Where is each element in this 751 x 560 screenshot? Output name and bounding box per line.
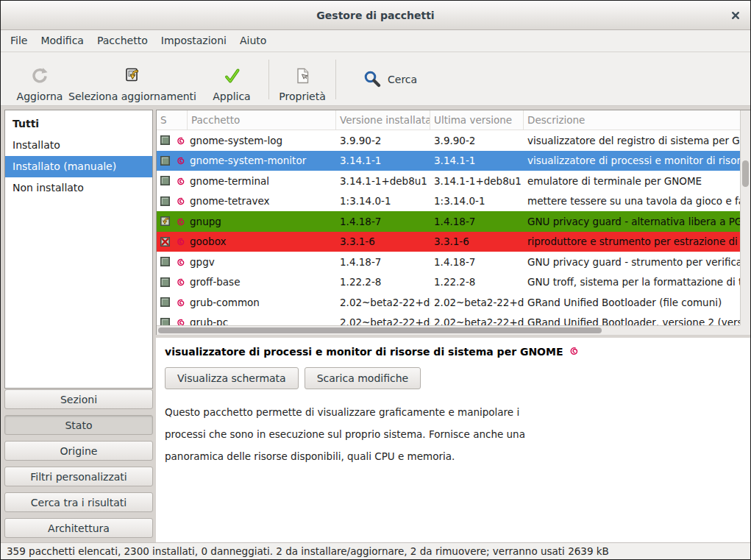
- table-row[interactable]: gnupg1.4.18-71.4.18-7GNU privacy guard -…: [157, 211, 740, 232]
- view-button-filtri-personalizzati[interactable]: Filtri personalizzati: [4, 467, 153, 486]
- installed-version: 1.4.18-7: [336, 256, 430, 268]
- latest-version: 1.22.2-8: [430, 276, 524, 288]
- filter-item[interactable]: Installato: [5, 135, 152, 156]
- installed-version: 3.14.1-1: [336, 155, 430, 166]
- installed-version: 1.4.18-7: [336, 216, 430, 227]
- package-name: gpgv: [188, 256, 336, 268]
- installed-version: 1:3.14.0-1: [336, 195, 430, 207]
- view-button-architettura[interactable]: Architettura: [4, 518, 153, 538]
- details-title-row: visualizzatore di processi e monitor di …: [165, 345, 742, 358]
- debian-swirl-icon: [173, 135, 188, 146]
- package-status-icon[interactable]: [157, 216, 173, 227]
- table-row[interactable]: gnome-system-log3.9.90-23.9.90-2visualiz…: [157, 130, 740, 151]
- view-button-cerca-tra-i-risultati[interactable]: Cerca tra i risultati: [4, 492, 153, 512]
- menu-modifica[interactable]: Modifica: [34, 30, 90, 52]
- menu-aiuto[interactable]: Aiuto: [233, 30, 273, 52]
- filter-item[interactable]: Installato (manuale): [5, 156, 152, 177]
- column-header[interactable]: S: [157, 110, 188, 130]
- latest-version: 3.14.1-1: [430, 155, 524, 166]
- table-row[interactable]: gnome-tetravex1:3.14.0-11:3.14.0-1metter…: [157, 191, 740, 212]
- details-text-line: Questo pacchetto permette di visualizzar…: [165, 401, 742, 423]
- mark-upgrades-icon: [122, 65, 143, 88]
- table-row[interactable]: groff-base1.22.2-81.22.2-8GNU troff, sis…: [157, 272, 740, 293]
- details-title: visualizzatore di processi e monitor di …: [165, 346, 563, 358]
- column-header[interactable]: Versione installata: [336, 110, 430, 130]
- debian-swirl-icon: [173, 176, 188, 186]
- filter-item[interactable]: Non installato: [5, 177, 152, 199]
- debian-swirl-icon: [173, 155, 188, 166]
- package-status-icon[interactable]: [157, 196, 173, 207]
- titlebar[interactable]: Gestore di pacchetti: [1, 1, 750, 30]
- column-header[interactable]: Ultima versione: [430, 110, 524, 130]
- download-changelog-button[interactable]: Scarica modifiche: [305, 367, 421, 389]
- package-name: gnome-system-log: [188, 135, 336, 146]
- package-status-icon[interactable]: [157, 155, 173, 166]
- mark-upgrades-button[interactable]: Seleziona aggiornamenti: [70, 57, 195, 102]
- debian-swirl-icon: [173, 196, 188, 206]
- package-status-icon[interactable]: [157, 277, 173, 288]
- debian-swirl-icon: [568, 345, 579, 358]
- latest-version: 3.14.1-1+deb8u1: [430, 175, 524, 187]
- installed-version: 2.02~beta2-22+de: [336, 297, 430, 308]
- package-description: GNU privacy guard - alternativa libera a…: [524, 216, 740, 227]
- close-icon[interactable]: [730, 10, 741, 21]
- column-header[interactable]: Pacchetto: [188, 110, 336, 130]
- search-button[interactable]: Cerca: [355, 65, 424, 94]
- properties-button[interactable]: Proprietà: [269, 57, 335, 102]
- latest-version: 1.4.18-7: [430, 256, 524, 268]
- package-status-icon[interactable]: [157, 297, 173, 308]
- table-row[interactable]: grub-common2.02~beta2-22+de2.02~beta2-22…: [157, 292, 740, 313]
- view-button-stato[interactable]: Stato: [4, 415, 153, 435]
- latest-version: 1:3.14.0-1: [430, 195, 524, 207]
- package-description: GRand Unified Bootloader (file comuni): [524, 297, 740, 308]
- table-row[interactable]: gpgv1.4.18-71.4.18-7GNU privacy guard - …: [157, 252, 740, 272]
- view-screenshot-button[interactable]: Visualizza schermata: [165, 367, 299, 389]
- column-header[interactable]: Descrizione: [524, 110, 740, 130]
- vertical-scrollbar[interactable]: [740, 110, 750, 326]
- refresh-icon: [29, 65, 50, 88]
- toolbar: Aggiorna Seleziona aggiornamenti Applica…: [1, 52, 750, 106]
- latest-version: 3.9.90-2: [430, 135, 524, 146]
- details-description: Questo pacchetto permette di visualizzar…: [165, 401, 742, 467]
- package-name: groff-base: [188, 276, 336, 288]
- package-name: grub-common: [188, 297, 336, 308]
- package-status-icon[interactable]: [157, 236, 173, 247]
- refresh-button[interactable]: Aggiorna: [10, 57, 70, 102]
- scrollbar-corner: [740, 325, 750, 335]
- package-status-icon[interactable]: [157, 256, 173, 267]
- package-status-icon[interactable]: [157, 135, 173, 146]
- latest-version: 2.02~beta2-22+de: [430, 297, 524, 308]
- installed-version: 3.3.1-6: [336, 235, 430, 247]
- horizontal-scrollbar-thumb[interactable]: [158, 327, 602, 333]
- menu-impostazioni[interactable]: Impostazioni: [154, 30, 233, 52]
- package-description: riproduttore e strumento per estrazione …: [524, 235, 740, 247]
- table-row[interactable]: goobox3.3.1-63.3.1-6riproduttore e strum…: [157, 232, 740, 252]
- installed-version: 1.22.2-8: [336, 276, 430, 288]
- details-pane: visualizzatore di processi e monitor di …: [156, 338, 751, 543]
- table-header[interactable]: SPacchettoVersione installataUltima vers…: [157, 110, 740, 130]
- package-status-icon[interactable]: [157, 317, 173, 325]
- view-button-origine[interactable]: Origine: [4, 441, 153, 461]
- package-name: goobox: [188, 235, 336, 247]
- table-row[interactable]: grub-pc2.02~beta2-22+de2.02~beta2-22+deG…: [157, 313, 740, 326]
- apply-button[interactable]: Applica: [195, 57, 268, 102]
- menu-pacchetto[interactable]: Pacchetto: [90, 30, 154, 52]
- filter-item[interactable]: Tutti: [5, 113, 152, 135]
- package-name: gnome-system-monitor: [188, 155, 336, 166]
- debian-swirl-icon: [173, 277, 188, 287]
- table-row[interactable]: gnome-system-monitor3.14.1-13.14.1-1visu…: [157, 151, 740, 171]
- debian-swirl-icon: [173, 317, 188, 325]
- horizontal-scrollbar[interactable]: [157, 325, 740, 335]
- view-button-sezioni[interactable]: Sezioni: [4, 389, 153, 409]
- package-description: GNU troff, sistema per la formattazione …: [524, 276, 740, 288]
- vertical-scrollbar-thumb[interactable]: [742, 160, 749, 187]
- package-status-icon[interactable]: [157, 175, 173, 186]
- table-body: gnome-system-log3.9.90-23.9.90-2visualiz…: [157, 130, 740, 325]
- debian-swirl-icon: [173, 297, 188, 308]
- toolbar-separator: [335, 60, 336, 99]
- table-row[interactable]: gnome-terminal3.14.1-1+deb8u13.14.1-1+de…: [157, 171, 740, 191]
- latest-version: 2.02~beta2-22+de: [430, 316, 524, 325]
- installed-version: 3.9.90-2: [336, 135, 430, 146]
- window-title: Gestore di pacchetti: [316, 10, 434, 21]
- menu-file[interactable]: File: [4, 30, 34, 52]
